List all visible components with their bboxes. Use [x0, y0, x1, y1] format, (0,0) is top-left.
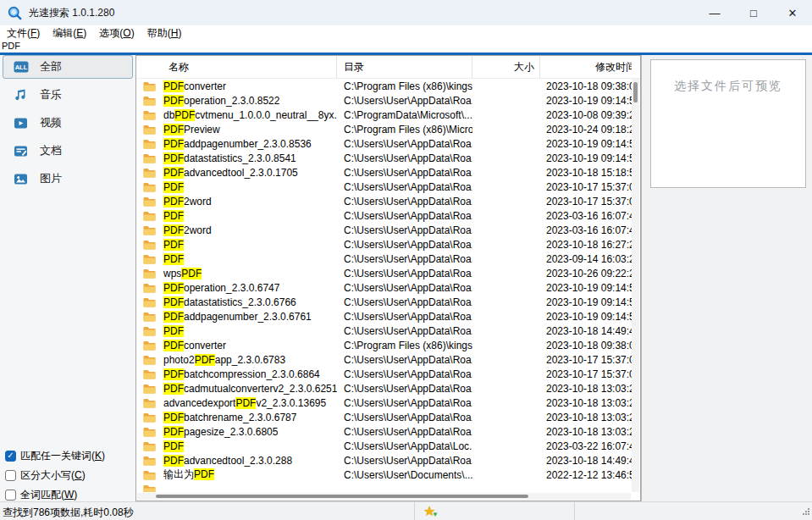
- cell-name: PDF: [136, 440, 337, 452]
- folder-icon: [143, 355, 156, 365]
- table-row[interactable]: PDFC:\Users\User\AppData\Roa...2023-03-1…: [136, 208, 640, 223]
- table-row[interactable]: [136, 482, 640, 492]
- keyword-highlight: PDF: [163, 455, 184, 467]
- sidebar-item-images[interactable]: 图片: [3, 167, 133, 191]
- table-row[interactable]: PDFpagesize_2.3.0.6805C:\Users\User\AppD…: [136, 424, 640, 439]
- horizontal-scrollbar-thumb[interactable]: [156, 495, 528, 498]
- keyword-highlight: PDF: [163, 412, 184, 423]
- minimize-button[interactable]: —: [695, 0, 734, 25]
- cell-name: wpsPDF: [136, 268, 337, 279]
- table-row[interactable]: photo2PDFapp_2.3.0.6783C:\Users\User\App…: [136, 352, 640, 367]
- table-row[interactable]: PDFconverterC:\Program Files (x86)\kings…: [136, 338, 640, 352]
- table-row[interactable]: PDFC:\Users\User\AppData\Roa...2023-10-1…: [136, 237, 640, 252]
- checkbox-unchecked-icon[interactable]: ✓: [5, 490, 16, 501]
- cell-directory: C:\Users\User\AppData\Roa...: [337, 455, 472, 467]
- table-row[interactable]: PDFC:\Users\User\AppData\Roa...2023-09-1…: [136, 252, 640, 266]
- cell-modified: 2023-10-18 14:49:4: [540, 455, 640, 467]
- folder-icon: [143, 398, 156, 408]
- table-row[interactable]: PDFbatchcompression_2.3.0.6864C:\Users\U…: [136, 367, 640, 381]
- menu-item-f[interactable]: 文件(F): [7, 26, 40, 41]
- checkbox-checked-icon[interactable]: ✓: [5, 451, 16, 462]
- table-row[interactable]: PDFPreviewC:\Program Files (x86)\Micro..…: [136, 122, 640, 136]
- table-row[interactable]: PDFadvancedtool_2.3.0.1705C:\Users\User\…: [136, 165, 640, 180]
- cell-modified: 2023-10-19 09:14:5: [540, 282, 640, 294]
- table-body: PDFconverterC:\Program Files (x86)\kings…: [136, 79, 640, 492]
- keyword-highlight: PDF: [163, 282, 184, 294]
- folder-icon: [143, 124, 156, 135]
- cell-directory: C:\Users\User\AppData\Roa...: [337, 268, 472, 279]
- folder-icon: [143, 441, 156, 451]
- vertical-scrollbar[interactable]: [632, 79, 639, 492]
- keyword-highlight: PDF: [163, 426, 184, 438]
- file-name: photo2PDFapp_2.3.0.6783: [163, 354, 285, 366]
- result-count-status: 查找到786项数据,耗时0.08秒: [3, 506, 134, 520]
- table-row[interactable]: PDFaddpagenumber_2.3.0.8536C:\Users\User…: [136, 136, 640, 151]
- cell-name: PDFdatastatistics_2.3.0.8541: [136, 152, 337, 164]
- table-row[interactable]: wpsPDFC:\Users\User\AppData\Roa...2023-1…: [136, 266, 640, 280]
- close-button[interactable]: ✕: [773, 0, 812, 25]
- folder-icon: [143, 484, 156, 493]
- sidebar-item-music[interactable]: 音乐: [3, 83, 133, 107]
- sidebar-item-docs[interactable]: 文档: [3, 139, 133, 163]
- folder-icon: [143, 268, 156, 279]
- table-row[interactable]: PDFC:\Users\User\AppData\Loc...2023-03-2…: [136, 439, 640, 453]
- option-k[interactable]: ✓匹配任一关键词(K): [5, 450, 105, 462]
- sidebar-item-all[interactable]: ALL全部: [3, 55, 133, 79]
- keyword-highlight: PDF: [235, 397, 256, 409]
- table-row[interactable]: PDFaddpagenumber_2.3.0.6761C:\Users\User…: [136, 309, 640, 324]
- favorite-star-icon[interactable]: ★ ▼: [423, 503, 440, 520]
- table-row[interactable]: PDFbatchrename_2.3.0.6787C:\Users\User\A…: [136, 410, 640, 424]
- maximize-button[interactable]: □: [734, 0, 773, 25]
- resize-grip[interactable]: [802, 506, 810, 518]
- keyword-highlight: PDF: [195, 354, 215, 366]
- horizontal-scrollbar[interactable]: [137, 493, 631, 500]
- preview-panel: 选择文件后可预览: [642, 55, 812, 501]
- menu-item-h[interactable]: 帮助(H): [147, 26, 182, 41]
- keyword-highlight: PDF: [163, 80, 184, 92]
- column-header-directory[interactable]: 目录: [337, 56, 472, 78]
- column-header-name[interactable]: 名称: [136, 56, 337, 78]
- table-row[interactable]: advancedexportPDFv2_2.3.0.13695C:\Users\…: [136, 396, 640, 410]
- cell-modified: 2023-10-19 09:14:5: [540, 311, 640, 323]
- table-row[interactable]: PDF2wordC:\Users\User\AppData\Roa...2023…: [136, 194, 640, 208]
- cell-directory: C:\Users\User\AppData\Roa...: [337, 196, 472, 207]
- search-input[interactable]: PDF: [0, 41, 812, 55]
- table-row[interactable]: PDF2wordC:\Users\User\AppData\Roa...2023…: [136, 223, 640, 237]
- cell-modified: 2023-10-19 09:14:5: [540, 138, 640, 150]
- cell-modified: 2023-10-18 13:03:2: [540, 397, 640, 409]
- table-row[interactable]: 输出为PDFC:\Users\User\Documents\...2022-12…: [136, 467, 640, 482]
- svg-text:ALL: ALL: [15, 64, 28, 71]
- keyword-highlight: PDF: [163, 253, 184, 265]
- table-row[interactable]: PDFC:\Users\User\AppData\Roa...2023-10-1…: [136, 180, 640, 194]
- table-row[interactable]: PDFC:\Users\User\AppData\Roa...2023-10-1…: [136, 324, 640, 338]
- sidebar-item-video[interactable]: 视频: [3, 111, 133, 135]
- cell-name: PDFcadmutualconverterv2_2.3.0.6251: [136, 383, 337, 395]
- keyword-highlight: PDF: [163, 152, 184, 164]
- vertical-scrollbar-thumb[interactable]: [633, 82, 638, 102]
- table-row[interactable]: PDFcadmutualconverterv2_2.3.0.6251C:\Use…: [136, 381, 640, 396]
- menu-item-o[interactable]: 选项(O): [99, 26, 134, 41]
- table-row[interactable]: PDFconverterC:\Program Files (x86)\kings…: [136, 79, 640, 93]
- cell-directory: C:\Users\User\AppData\Roa...: [337, 368, 472, 380]
- checkbox-unchecked-icon[interactable]: ✓: [5, 470, 16, 481]
- table-row[interactable]: PDFdatastatistics_2.3.0.6766C:\Users\Use…: [136, 295, 640, 309]
- table-row[interactable]: PDFadvancedtool_2.3.0.288C:\Users\User\A…: [136, 453, 640, 467]
- table-row[interactable]: PDFdatastatistics_2.3.0.8541C:\Users\Use…: [136, 151, 640, 165]
- cell-modified: 2023-10-18 16:27:2: [540, 239, 640, 251]
- table-row[interactable]: PDFoperation_2.3.0.8522C:\Users\User\App…: [136, 93, 640, 108]
- table-row[interactable]: PDFoperation_2.3.0.6747C:\Users\User\App…: [136, 280, 640, 295]
- cell-modified: 2023-03-22 16:07:4: [540, 440, 640, 452]
- file-name: PDF: [163, 253, 184, 265]
- keyword-highlight: PDF: [163, 239, 184, 251]
- keyword-highlight: PDF: [163, 383, 184, 395]
- menu-item-e[interactable]: 编辑(E): [52, 26, 86, 41]
- option-label: 全词匹配(W): [20, 488, 77, 502]
- option-w[interactable]: ✓全词匹配(W): [5, 489, 105, 501]
- statusbar-divider: [414, 502, 415, 520]
- table-row[interactable]: dbPDFcvtmenu_1.0.0.0_neutral__8yx...C:\P…: [136, 108, 640, 122]
- option-label: 匹配任一关键词(K): [20, 449, 105, 463]
- option-c[interactable]: ✓区分大小写(C): [5, 469, 105, 481]
- column-header-size[interactable]: 大小: [472, 56, 540, 78]
- column-header-modified[interactable]: 修改时间: [540, 56, 632, 78]
- cell-directory: C:\Users\User\AppData\Roa...: [337, 239, 472, 251]
